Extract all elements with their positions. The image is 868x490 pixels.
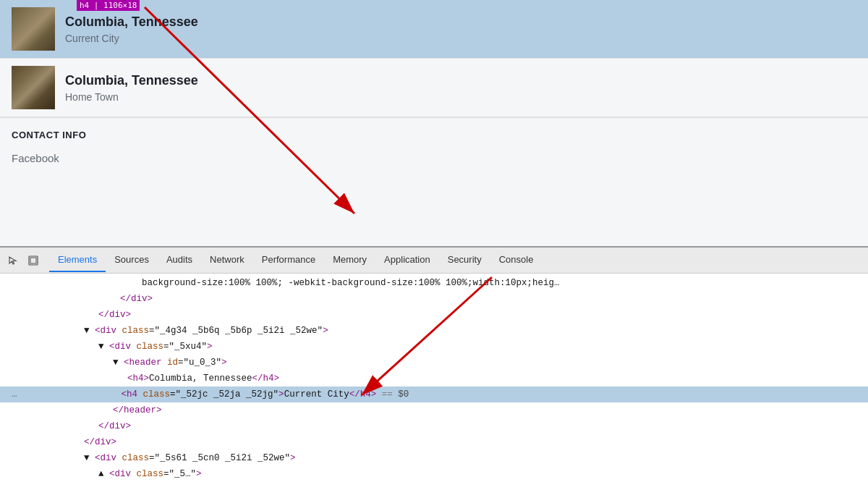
city-name-hometown: Columbia, Tennessee <box>65 72 198 89</box>
code-line-12: ▼ <div class="_5s61 _5cn0 _5i2i _52we"> <box>0 450 868 466</box>
code-line-10: </div> <box>0 418 868 434</box>
page-content-area: h4 | 1106×18 Columbia, Tennessee Current… <box>0 0 868 246</box>
code-line-highlighted[interactable]: …<h4 class="_52jc _52ja _52jg">Current C… <box>0 386 868 402</box>
code-line-7: <h4>Columbia, Tennessee</h4> <box>0 371 868 386</box>
devtools-panel: Elements Sources Audits Network Performa… <box>0 246 868 490</box>
tab-sources[interactable]: Sources <box>106 248 158 272</box>
tab-elements[interactable]: Elements <box>49 248 106 272</box>
svg-rect-3 <box>30 258 36 263</box>
contact-info-title: CONTACT INFO <box>12 130 856 140</box>
city-info-current: Columbia, Tennessee Current City <box>65 14 198 43</box>
devtools-code-panel[interactable]: background-size:100% 100%; -webkit-backg… <box>0 274 868 490</box>
city-name-current: Columbia, Tennessee <box>65 14 198 30</box>
code-line-1: background-size:100% 100%; -webkit-backg… <box>0 275 868 291</box>
code-line-5: ▼ <div class="_5xu4"> <box>0 339 868 355</box>
city-thumbnail-hometown <box>12 66 55 109</box>
city-label-hometown: Home Town <box>65 91 198 103</box>
devtools-icons-group <box>3 250 43 271</box>
city-label-current: Current City <box>65 33 198 44</box>
city-info-hometown: Columbia, Tennessee Home Town <box>65 72 198 102</box>
tab-console[interactable]: Console <box>490 248 542 272</box>
code-line-2: </div> <box>0 291 868 307</box>
element-tag-tooltip: h4 | 1106×18 <box>77 0 140 11</box>
tab-application[interactable]: Application <box>375 248 439 272</box>
code-line-9: </header> <box>0 402 868 418</box>
code-line-13: ▲ <div class="_5…"> <box>0 466 868 482</box>
code-line-11: </div> <box>0 434 868 450</box>
tab-security[interactable]: Security <box>439 248 490 272</box>
cursor-icon[interactable] <box>3 250 23 271</box>
code-line-3: </div> <box>0 307 868 323</box>
tab-memory[interactable]: Memory <box>324 248 375 272</box>
inspect-icon[interactable] <box>23 250 43 271</box>
tab-audits[interactable]: Audits <box>158 248 201 272</box>
code-line-4: ▼ <div class="_4g34 _5b6q _5b6p _5i2i _5… <box>0 323 868 339</box>
devtools-tabs-bar: Elements Sources Audits Network Performa… <box>0 248 868 274</box>
tab-performance[interactable]: Performance <box>253 248 324 272</box>
city-item-hometown[interactable]: Columbia, Tennessee Home Town <box>0 59 868 117</box>
facebook-label: Facebook <box>0 146 868 170</box>
code-line-6: ▼ <header id="u_0_3"> <box>0 355 868 371</box>
city-thumbnail-current <box>12 7 55 51</box>
tab-network[interactable]: Network <box>201 248 253 272</box>
contact-section: CONTACT INFO <box>0 117 868 146</box>
